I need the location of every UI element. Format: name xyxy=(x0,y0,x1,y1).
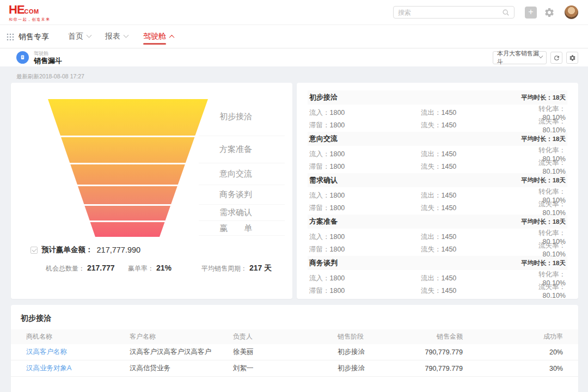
global-search[interactable] xyxy=(393,6,514,19)
stat-value: 1800 xyxy=(330,192,345,199)
funnel-card: 初步接洽 方案准备 意向交流 商务谈判 需求确认 赢 单 预计赢单金额： 217… xyxy=(11,83,292,299)
customer-cell: 汉高信贷业务 xyxy=(130,364,233,373)
stat-stay: 滞留：1800 xyxy=(309,121,421,130)
add-icon[interactable]: + xyxy=(525,7,537,19)
funnel-stage-label: 方案准备 xyxy=(199,136,285,163)
stat-label: 转化率： xyxy=(538,229,566,237)
logo-tagline: 和你一起，创造未来 xyxy=(9,17,51,21)
opportunity-table-card: 初步接洽 商机名称 客户名称 负责人 销售阶段 销售金额 成功率 汉高客户名称 … xyxy=(11,305,578,392)
stat-value: 1800 xyxy=(330,233,345,241)
stage-stats-row: 滞留：1800 流失：1450 流失率：80.10% xyxy=(308,158,567,171)
stat-label: 机会总数量： xyxy=(46,264,85,273)
search-icon xyxy=(502,9,510,16)
stage-stats-row: 流入：1800 流出：1450 转化率：80.10% xyxy=(308,270,567,283)
nav-item-home[interactable]: 首页 xyxy=(68,25,91,48)
table-row: 汉高业务对象A 汉高信贷业务 刘絮一 初步接洽 790,779.779 30% xyxy=(11,360,578,377)
app-launcher-grid-icon[interactable] xyxy=(7,33,14,41)
duration-value: 18天 xyxy=(553,218,566,225)
nav-item-cockpit[interactable]: 驾驶舱 xyxy=(143,25,174,48)
stat-value: 1450 xyxy=(442,121,457,129)
stage-stats-row: 滞留：1800 流失：1450 流失率：80.10% xyxy=(308,200,567,212)
stage-section-header: 需求确认 平均时长：18天 xyxy=(308,173,567,187)
checkbox-icon[interactable] xyxy=(30,247,38,254)
opportunity-link[interactable]: 汉高客户名称 xyxy=(26,347,130,357)
refresh-button[interactable] xyxy=(550,52,562,64)
last-refresh-text: 最新刷新2018-08-08 17:27 xyxy=(16,73,84,81)
hecom-logo[interactable]: HECOM 和你一起，创造未来 xyxy=(9,4,51,21)
stat-value: 1450 xyxy=(442,246,457,253)
owner-cell: 徐美丽 xyxy=(233,347,338,357)
workspace-label: 销售专享 xyxy=(19,32,49,42)
stat-label: 流出： xyxy=(421,233,442,241)
user-avatar[interactable] xyxy=(565,5,578,19)
table-title: 初步接洽 xyxy=(21,314,51,323)
stat-value: 1800 xyxy=(330,163,345,170)
stage-title: 需求确认 xyxy=(309,175,338,185)
sales-funnel-chart xyxy=(11,98,218,237)
stat-label: 滞留： xyxy=(309,163,330,170)
funnel-segment-5[interactable] xyxy=(84,206,170,220)
stat-loss: 流失：1450 xyxy=(421,121,538,130)
stat-value: 1800 xyxy=(330,121,345,129)
stat-inflow: 流入：1800 xyxy=(309,150,421,159)
stage-section-4: 方案准备 平均时长：18天 流入：1800 流出：1450 转化率：80.10%… xyxy=(308,215,567,254)
duration-value: 18天 xyxy=(553,136,566,142)
funnel-segment-1[interactable] xyxy=(48,99,208,136)
stat-label: 转化率： xyxy=(538,271,566,278)
app-header: HECOM 和你一起，创造未来 + xyxy=(0,0,588,25)
funnel-segment-2[interactable] xyxy=(61,137,194,163)
stat-inflow: 流入：1800 xyxy=(309,191,421,200)
funnel-filter-select[interactable]: 本月大客销售漏斗 xyxy=(493,51,547,64)
stat-label: 流入： xyxy=(309,109,330,117)
stat-label: 流失： xyxy=(421,163,442,170)
stat-value: 1800 xyxy=(330,150,345,158)
duration-value: 18天 xyxy=(553,177,566,183)
duration-label: 平均时长： xyxy=(521,218,553,225)
filter-selected-value: 本月大客销售漏斗 xyxy=(497,50,540,66)
expected-win-value: 217,777.990 xyxy=(97,246,141,254)
funnel-stage-label: 商务谈判 xyxy=(199,185,285,205)
refresh-icon xyxy=(553,54,560,62)
stat-value: 1450 xyxy=(442,192,457,199)
stat-value: 1450 xyxy=(442,150,457,158)
settings-gear-icon[interactable] xyxy=(544,7,555,18)
stage-section-5: 商务谈判 平均时长：18天 流入：1800 流出：1450 转化率：80.10%… xyxy=(308,256,567,295)
stat-loss-rate: 流失率：80.10% xyxy=(538,200,566,217)
stat-loss-rate: 流失率：80.10% xyxy=(538,117,566,134)
stat-inflow: 流入：1800 xyxy=(309,108,421,118)
funnel-stage-label: 需求确认 xyxy=(199,205,285,221)
search-input[interactable] xyxy=(398,9,502,16)
chevron-down-icon xyxy=(124,32,129,38)
stage-section-2: 意向交流 平均时长：18天 流入：1800 流出：1450 转化率：80.10%… xyxy=(308,132,567,171)
stage-section-header: 初步接洽 平均时长：18天 xyxy=(308,90,567,105)
funnel-segment-3[interactable] xyxy=(70,164,185,185)
opportunity-link[interactable]: 汉高业务对象A xyxy=(26,364,130,373)
stage-duration: 平均时长：18天 xyxy=(521,259,566,267)
nav-item-label: 首页 xyxy=(68,32,83,41)
stat-stay: 滞留：1800 xyxy=(309,204,421,213)
stat-value: 1450 xyxy=(442,287,457,295)
customer-cell: 汉高客户汉高客户汉高客户 xyxy=(130,347,233,357)
stat-value: 1450 xyxy=(442,163,457,170)
stat-value: 80.10% xyxy=(543,209,566,217)
stat-label: 流失： xyxy=(421,204,442,212)
stat-stay: 滞留：1800 xyxy=(309,162,421,171)
nav-item-reports[interactable]: 报表 xyxy=(105,25,128,48)
duration-label: 平均时长： xyxy=(521,136,553,142)
funnel-stage-label: 赢 单 xyxy=(199,221,285,236)
duration-label: 平均时长： xyxy=(521,177,553,183)
stat-label: 流入： xyxy=(309,233,330,241)
stage-stats-panel: 初步接洽 平均时长：18天 流入：1800 流出：1450 转化率：80.10%… xyxy=(297,83,578,299)
stat-label: 转化率： xyxy=(538,188,566,195)
dashboard-settings-button[interactable] xyxy=(566,52,578,64)
funnel-segment-6[interactable] xyxy=(90,222,165,237)
stat-label: 流出： xyxy=(421,192,442,199)
stat-value: 1450 xyxy=(442,274,457,282)
stat-value: 80.10% xyxy=(543,292,566,299)
duration-value: 18天 xyxy=(553,94,566,101)
funnel-segment-4[interactable] xyxy=(78,186,177,204)
stat-label: 流出： xyxy=(421,109,442,117)
stat-label: 流失： xyxy=(421,246,442,253)
chevron-up-icon xyxy=(169,34,175,40)
stat-value: 80.10% xyxy=(543,126,566,134)
